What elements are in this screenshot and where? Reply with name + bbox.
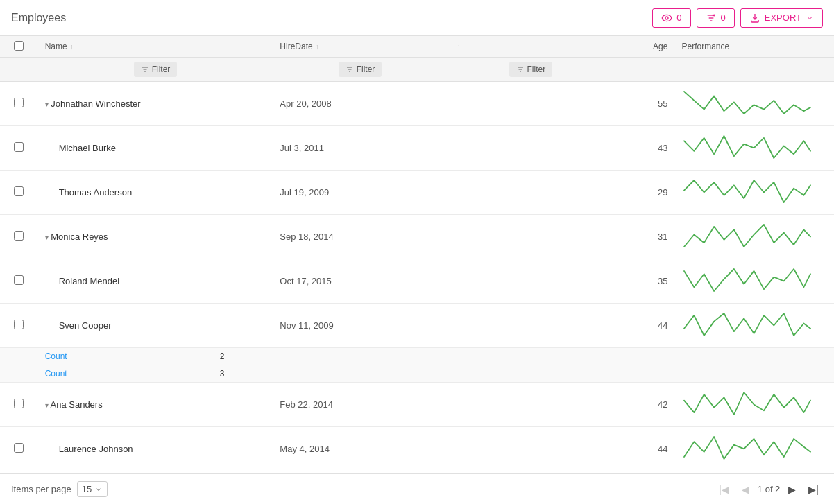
filter-hiredate-button[interactable]: Filter xyxy=(339,62,382,77)
row-checkbox[interactable] xyxy=(14,443,24,453)
filter-icon2 xyxy=(346,65,354,73)
employees-table: Name ↑ HireDate ↑ ↑ xyxy=(0,36,834,473)
row-hiredate-cell: Jul 19, 2009 xyxy=(273,171,447,215)
visibility-button[interactable]: 0 xyxy=(652,8,690,28)
count-cell2 xyxy=(273,365,447,383)
table-body: ▾ Johnathan Winchester Apr 20, 2008 55 M… xyxy=(0,82,834,474)
row-checkbox[interactable] xyxy=(14,186,24,196)
export-button[interactable]: EXPORT xyxy=(740,8,823,28)
row-name-cell: Roland Mendel xyxy=(38,259,273,304)
per-page-select[interactable]: 15 xyxy=(77,481,108,497)
per-page-value: 15 xyxy=(82,484,92,494)
first-page-button[interactable]: |◀ xyxy=(715,483,733,496)
filter-checkbox-cell xyxy=(0,58,38,82)
row-name: ▾ Johnathan Winchester xyxy=(45,98,141,109)
table-row: ▾ Johnathan Winchester Apr 20, 2008 55 xyxy=(0,82,834,126)
sparkline-chart xyxy=(681,434,813,462)
row-name: Michael Burke xyxy=(45,143,116,153)
row-performance-cell xyxy=(674,171,834,215)
row-col3-cell xyxy=(448,82,614,126)
row-name: Sven Cooper xyxy=(45,320,112,331)
count-label: Count xyxy=(45,369,67,379)
th-name[interactable]: Name ↑ xyxy=(38,36,273,58)
sort-col3-icon: ↑ xyxy=(457,43,461,51)
prev-page-button[interactable]: ◀ xyxy=(738,483,754,496)
row-checkbox-cell xyxy=(0,126,38,171)
count-row: Count 3 xyxy=(0,365,834,383)
row-age-cell: 42 xyxy=(614,383,674,427)
count-cell3 xyxy=(448,348,614,365)
th-hiredate[interactable]: HireDate ↑ xyxy=(273,36,447,58)
table-wrapper: Name ↑ HireDate ↑ ↑ xyxy=(0,36,834,473)
sparkline-chart xyxy=(681,133,813,161)
row-hiredate-cell: Feb 22, 2014 xyxy=(273,383,447,427)
sort-hiredate-icon: ↑ xyxy=(316,43,319,51)
row-performance-cell xyxy=(674,215,834,259)
row-col3-cell xyxy=(448,304,614,348)
row-name: ▾ Ana Sanders xyxy=(45,399,103,410)
row-checkbox-cell xyxy=(0,215,38,259)
expand-icon[interactable]: ▾ xyxy=(45,101,49,108)
count-row: Count 2 xyxy=(0,348,834,365)
last-page-button[interactable]: ▶| xyxy=(804,483,823,496)
svg-point-0 xyxy=(663,15,672,21)
table-row: Thomas Anderson Jul 19, 2009 29 xyxy=(0,171,834,215)
row-name: ▾ Monica Reyes xyxy=(45,232,108,242)
row-checkbox-cell xyxy=(0,171,38,215)
row-checkbox-cell xyxy=(0,82,38,126)
th-age[interactable]: Age xyxy=(614,36,674,58)
row-age-cell: 55 xyxy=(614,82,674,126)
row-age-cell: 29 xyxy=(614,171,674,215)
count-cell4 xyxy=(614,365,674,383)
row-name-cell: Sven Cooper xyxy=(38,304,273,348)
row-checkbox[interactable] xyxy=(14,231,24,241)
filter-row: Filter Filter xyxy=(0,58,834,82)
table-row: Laurence Johnson May 4, 2014 44 xyxy=(0,427,834,471)
next-page-button[interactable]: ▶ xyxy=(784,483,800,496)
row-checkbox[interactable] xyxy=(14,98,24,107)
row-checkbox[interactable] xyxy=(14,142,24,152)
row-name: Laurence Johnson xyxy=(45,444,133,454)
filter-age-cell xyxy=(614,58,674,82)
column-headers: Name ↑ HireDate ↑ ↑ xyxy=(0,36,834,58)
count-empty-cell xyxy=(0,348,38,365)
row-checkbox[interactable] xyxy=(14,399,24,408)
row-checkbox[interactable] xyxy=(14,275,24,285)
visibility-count: 0 xyxy=(676,12,681,23)
row-checkbox-cell xyxy=(0,427,38,471)
row-age-cell: 44 xyxy=(614,427,674,471)
count-empty-cell xyxy=(0,365,38,383)
filter-active-button[interactable]: 0 xyxy=(697,8,735,28)
th-performance: Performance xyxy=(674,36,834,58)
select-all-checkbox[interactable] xyxy=(14,41,24,51)
sparkline-chart xyxy=(681,89,813,116)
row-col3-cell xyxy=(448,215,614,259)
sort-name-icon: ↑ xyxy=(70,43,74,51)
expand-icon[interactable]: ▾ xyxy=(45,401,49,409)
filter-col3-button[interactable]: Filter xyxy=(509,62,553,77)
filter-name-button[interactable]: Filter xyxy=(134,62,178,77)
sparkline-chart xyxy=(681,266,813,294)
table-row: Sven Cooper Nov 11, 2009 44 xyxy=(0,304,834,348)
filter-performance-cell xyxy=(674,58,834,82)
count-cell3 xyxy=(448,365,614,383)
row-checkbox[interactable] xyxy=(14,320,24,329)
row-age-cell: 35 xyxy=(614,259,674,304)
row-name-cell: ▾ Johnathan Winchester xyxy=(38,82,273,126)
page-header: Employees 0 0 EXPORT xyxy=(0,0,834,36)
count-label-cell: Count 3 xyxy=(38,365,273,383)
row-age-cell: 43 xyxy=(614,126,674,171)
th-col3[interactable]: ↑ xyxy=(448,36,614,58)
row-col3-cell xyxy=(448,126,614,171)
row-col3-cell xyxy=(448,259,614,304)
row-checkbox-cell xyxy=(0,304,38,348)
filter-hiredate-cell: Filter xyxy=(273,58,447,82)
row-age-cell: 44 xyxy=(614,304,674,348)
sparkline-chart xyxy=(681,177,813,205)
count-label: Count xyxy=(45,351,67,361)
row-performance-cell xyxy=(674,427,834,471)
row-name: Thomas Anderson xyxy=(45,187,133,198)
filter-name-cell: Filter xyxy=(38,58,273,82)
expand-icon[interactable]: ▾ xyxy=(45,234,49,241)
chevron-down-icon xyxy=(806,14,814,22)
